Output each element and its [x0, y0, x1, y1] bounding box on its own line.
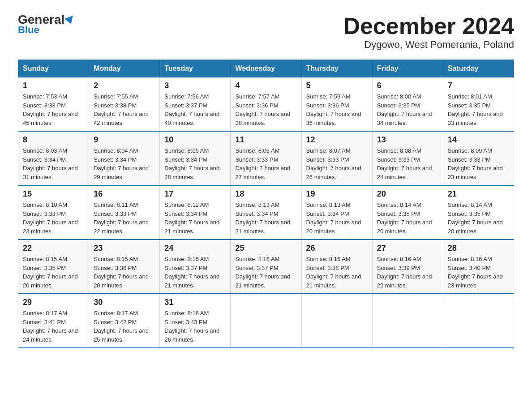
day-info: Sunrise: 7:53 AMSunset: 3:38 PMDaylight:… [23, 92, 84, 127]
day-number: 14 [448, 135, 509, 145]
day-info: Sunrise: 8:08 AMSunset: 3:33 PMDaylight:… [377, 146, 438, 181]
title-block: December 2024 Dygowo, West Pomerania, Po… [343, 13, 514, 51]
day-number: 25 [235, 244, 296, 253]
day-info: Sunrise: 8:01 AMSunset: 3:35 PMDaylight:… [448, 92, 509, 127]
day-info: Sunrise: 8:16 AMSunset: 3:39 PMDaylight:… [377, 255, 438, 290]
calendar-cell: 28Sunrise: 8:16 AMSunset: 3:40 PMDayligh… [443, 240, 514, 294]
calendar-cell: 6Sunrise: 8:00 AMSunset: 3:35 PMDaylight… [372, 77, 443, 132]
calendar-table: Sunday Monday Tuesday Wednesday Thursday… [18, 60, 514, 348]
day-info: Sunrise: 7:56 AMSunset: 3:37 PMDaylight:… [164, 92, 226, 127]
day-number: 16 [94, 189, 155, 199]
calendar-cell: 8Sunrise: 8:03 AMSunset: 3:34 PMDaylight… [18, 131, 89, 185]
calendar-cell: 15Sunrise: 8:10 AMSunset: 3:33 PMDayligh… [18, 185, 89, 240]
calendar-cell: 29Sunrise: 8:17 AMSunset: 3:41 PMDayligh… [18, 294, 89, 348]
day-number: 13 [377, 135, 438, 145]
day-number: 15 [23, 189, 84, 199]
day-info: Sunrise: 8:05 AMSunset: 3:34 PMDaylight:… [164, 146, 226, 181]
calendar-cell: 26Sunrise: 8:16 AMSunset: 3:38 PMDayligh… [301, 240, 372, 294]
day-number: 23 [94, 244, 155, 253]
day-info: Sunrise: 8:13 AMSunset: 3:34 PMDaylight:… [235, 201, 296, 235]
day-number: 22 [23, 244, 84, 253]
day-number: 18 [235, 189, 296, 199]
day-info: Sunrise: 8:15 AMSunset: 3:35 PMDaylight:… [23, 255, 84, 290]
day-number: 31 [164, 298, 226, 307]
day-info: Sunrise: 8:16 AMSunset: 3:37 PMDaylight:… [164, 255, 226, 290]
day-number: 30 [94, 298, 155, 307]
day-info: Sunrise: 8:16 AMSunset: 3:40 PMDaylight:… [448, 255, 509, 290]
day-info: Sunrise: 8:14 AMSunset: 3:35 PMDaylight:… [448, 201, 509, 235]
day-number: 5 [306, 81, 368, 90]
calendar-cell: 21Sunrise: 8:14 AMSunset: 3:35 PMDayligh… [443, 185, 514, 240]
col-friday: Friday [372, 60, 443, 77]
day-info: Sunrise: 8:00 AMSunset: 3:35 PMDaylight:… [377, 92, 438, 127]
calendar-cell [443, 294, 514, 348]
calendar-cell: 3Sunrise: 7:56 AMSunset: 3:37 PMDaylight… [160, 77, 231, 132]
day-info: Sunrise: 8:10 AMSunset: 3:33 PMDaylight:… [23, 201, 84, 235]
calendar-cell: 5Sunrise: 7:59 AMSunset: 3:36 PMDaylight… [301, 77, 372, 132]
day-info: Sunrise: 8:09 AMSunset: 3:33 PMDaylight:… [448, 146, 509, 181]
calendar-cell: 31Sunrise: 8:16 AMSunset: 3:43 PMDayligh… [160, 294, 231, 348]
calendar-cell: 1Sunrise: 7:53 AMSunset: 3:38 PMDaylight… [18, 77, 89, 132]
day-number: 12 [306, 135, 368, 145]
day-number: 28 [448, 244, 509, 253]
day-number: 29 [23, 298, 84, 307]
day-info: Sunrise: 7:55 AMSunset: 3:38 PMDaylight:… [94, 92, 155, 127]
calendar-header: Sunday Monday Tuesday Wednesday Thursday… [18, 60, 514, 77]
calendar-cell: 27Sunrise: 8:16 AMSunset: 3:39 PMDayligh… [372, 240, 443, 294]
calendar-cell: 7Sunrise: 8:01 AMSunset: 3:35 PMDaylight… [443, 77, 514, 132]
col-tuesday: Tuesday [160, 60, 231, 77]
calendar-body: 1Sunrise: 7:53 AMSunset: 3:38 PMDaylight… [18, 77, 514, 348]
day-number: 17 [164, 189, 226, 199]
calendar-cell: 10Sunrise: 8:05 AMSunset: 3:34 PMDayligh… [160, 131, 231, 185]
day-number: 8 [23, 135, 84, 145]
calendar-cell: 18Sunrise: 8:13 AMSunset: 3:34 PMDayligh… [231, 185, 301, 240]
day-info: Sunrise: 7:57 AMSunset: 3:36 PMDaylight:… [235, 92, 296, 127]
header-row: Sunday Monday Tuesday Wednesday Thursday… [18, 60, 514, 77]
day-info: Sunrise: 8:16 AMSunset: 3:38 PMDaylight:… [306, 255, 368, 290]
day-info: Sunrise: 7:59 AMSunset: 3:36 PMDaylight:… [306, 92, 368, 127]
day-number: 24 [164, 244, 226, 253]
day-number: 3 [164, 81, 226, 90]
day-number: 19 [306, 189, 368, 199]
logo-blue-text: Blue [18, 24, 39, 36]
calendar-cell: 4Sunrise: 7:57 AMSunset: 3:36 PMDaylight… [231, 77, 301, 132]
calendar-cell: 11Sunrise: 8:06 AMSunset: 3:33 PMDayligh… [231, 131, 301, 185]
day-info: Sunrise: 8:13 AMSunset: 3:34 PMDaylight:… [306, 201, 368, 235]
logo: General Blue [18, 13, 74, 36]
calendar-cell [372, 294, 443, 348]
col-sunday: Sunday [18, 60, 89, 77]
day-number: 1 [23, 81, 84, 90]
calendar-title: December 2024 [343, 13, 514, 39]
calendar-subtitle: Dygowo, West Pomerania, Poland [343, 39, 514, 51]
day-info: Sunrise: 8:17 AMSunset: 3:41 PMDaylight:… [23, 309, 84, 344]
calendar-cell: 20Sunrise: 8:14 AMSunset: 3:35 PMDayligh… [372, 185, 443, 240]
calendar-cell: 17Sunrise: 8:12 AMSunset: 3:34 PMDayligh… [160, 185, 231, 240]
day-info: Sunrise: 8:11 AMSunset: 3:33 PMDaylight:… [94, 201, 155, 235]
calendar-cell: 25Sunrise: 8:16 AMSunset: 3:37 PMDayligh… [231, 240, 301, 294]
page-header: General Blue December 2024 Dygowo, West … [18, 13, 514, 51]
calendar-cell: 23Sunrise: 8:15 AMSunset: 3:36 PMDayligh… [89, 240, 160, 294]
calendar-cell: 30Sunrise: 8:17 AMSunset: 3:42 PMDayligh… [89, 294, 160, 348]
day-info: Sunrise: 8:17 AMSunset: 3:42 PMDaylight:… [94, 309, 155, 344]
calendar-cell: 24Sunrise: 8:16 AMSunset: 3:37 PMDayligh… [160, 240, 231, 294]
day-number: 11 [235, 135, 296, 145]
calendar-cell: 19Sunrise: 8:13 AMSunset: 3:34 PMDayligh… [301, 185, 372, 240]
calendar-cell [231, 294, 301, 348]
day-number: 6 [377, 81, 438, 90]
day-number: 9 [94, 135, 155, 145]
logo-triangle-icon [64, 16, 75, 26]
day-info: Sunrise: 8:15 AMSunset: 3:36 PMDaylight:… [94, 255, 155, 290]
calendar-cell: 2Sunrise: 7:55 AMSunset: 3:38 PMDaylight… [89, 77, 160, 132]
day-info: Sunrise: 8:07 AMSunset: 3:33 PMDaylight:… [306, 146, 368, 181]
day-info: Sunrise: 8:14 AMSunset: 3:35 PMDaylight:… [377, 201, 438, 235]
calendar-cell: 13Sunrise: 8:08 AMSunset: 3:33 PMDayligh… [372, 131, 443, 185]
day-number: 7 [448, 81, 509, 90]
day-info: Sunrise: 8:12 AMSunset: 3:34 PMDaylight:… [164, 201, 226, 235]
day-info: Sunrise: 8:16 AMSunset: 3:37 PMDaylight:… [235, 255, 296, 290]
day-info: Sunrise: 8:06 AMSunset: 3:33 PMDaylight:… [235, 146, 296, 181]
day-number: 20 [377, 189, 438, 199]
col-wednesday: Wednesday [231, 60, 301, 77]
day-info: Sunrise: 8:16 AMSunset: 3:43 PMDaylight:… [164, 309, 226, 344]
calendar-cell: 12Sunrise: 8:07 AMSunset: 3:33 PMDayligh… [301, 131, 372, 185]
day-number: 27 [377, 244, 438, 253]
